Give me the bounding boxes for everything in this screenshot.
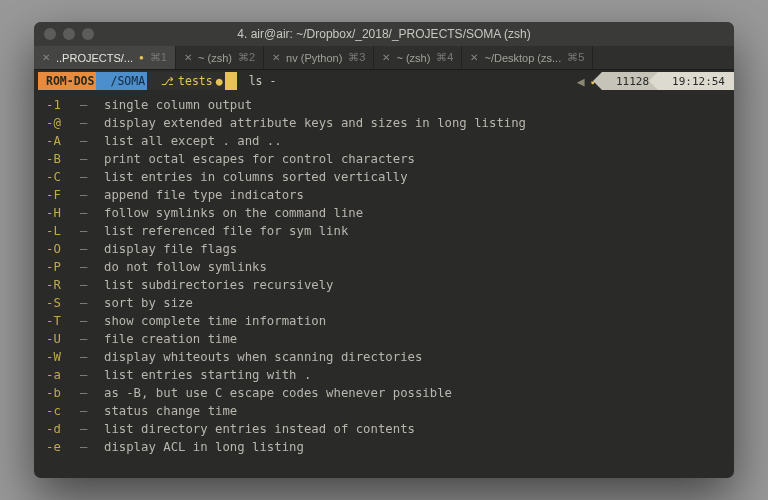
- close-tab-icon[interactable]: ✕: [184, 52, 192, 63]
- tab-label: nv (Python): [286, 52, 342, 64]
- completion-flag: -@: [46, 114, 80, 132]
- completion-flag: -d: [46, 420, 80, 438]
- tab-0[interactable]: ✕..PROJECTS/...●⌘1: [34, 46, 176, 69]
- tab-4[interactable]: ✕~/Desktop (zs...⌘5: [462, 46, 593, 69]
- completion-row[interactable]: -W—display whiteouts when scanning direc…: [46, 348, 722, 366]
- completion-row[interactable]: -S—sort by size: [46, 294, 722, 312]
- tab-2[interactable]: ✕nv (Python)⌘3: [264, 46, 374, 69]
- completion-row[interactable]: -U—file creation time: [46, 330, 722, 348]
- completion-flag: -C: [46, 168, 80, 186]
- completion-row[interactable]: -e—display ACL in long listing: [46, 438, 722, 456]
- separator: —: [80, 330, 104, 348]
- separator: —: [80, 204, 104, 222]
- completion-row[interactable]: -d—list directory entries instead of con…: [46, 420, 722, 438]
- separator: —: [80, 420, 104, 438]
- terminal-window: 4. air@air: ~/Dropbox/_2018/_PROJECTS/SO…: [34, 22, 734, 478]
- separator: —: [80, 132, 104, 150]
- minimize-icon[interactable]: [63, 28, 75, 40]
- separator: —: [80, 168, 104, 186]
- separator: —: [80, 150, 104, 168]
- completion-flag: -B: [46, 150, 80, 168]
- completion-desc: print octal escapes for control characte…: [104, 150, 415, 168]
- completion-desc: do not follow symlinks: [104, 258, 267, 276]
- completion-flag: -R: [46, 276, 80, 294]
- tab-label: ..PROJECTS/...: [56, 52, 133, 64]
- separator: —: [80, 366, 104, 384]
- close-tab-icon[interactable]: ✕: [272, 52, 280, 63]
- completion-desc: list subdirectories recursively: [104, 276, 334, 294]
- separator: —: [80, 348, 104, 366]
- tab-3[interactable]: ✕~ (zsh)⌘4: [374, 46, 462, 69]
- completion-row[interactable]: -A—list all except . and ..: [46, 132, 722, 150]
- completion-row[interactable]: -O—display file flags: [46, 240, 722, 258]
- close-icon[interactable]: [44, 28, 56, 40]
- separator: —: [80, 114, 104, 132]
- branch-name: tests: [178, 74, 213, 88]
- chevron-left-icon: ◀: [577, 74, 587, 89]
- separator: —: [80, 222, 104, 240]
- tab-label: ~ (zsh): [396, 52, 430, 64]
- completion-flag: -a: [46, 366, 80, 384]
- separator: —: [80, 258, 104, 276]
- completion-row[interactable]: -P—do not follow symlinks: [46, 258, 722, 276]
- completion-flag: -O: [46, 240, 80, 258]
- close-tab-icon[interactable]: ✕: [382, 52, 390, 63]
- completion-desc: show complete time information: [104, 312, 326, 330]
- completion-row[interactable]: -R—list subdirectories recursively: [46, 276, 722, 294]
- completion-desc: as -B, but use C escape codes whenever p…: [104, 384, 452, 402]
- tab-1[interactable]: ✕~ (zsh)⌘2: [176, 46, 264, 69]
- completion-flag: -L: [46, 222, 80, 240]
- completion-flag: -e: [46, 438, 80, 456]
- completion-flag: -T: [46, 312, 80, 330]
- completion-flag: -H: [46, 204, 80, 222]
- completion-desc: list all except . and ..: [104, 132, 282, 150]
- separator: —: [80, 384, 104, 402]
- tab-label: ~/Desktop (zs...: [484, 52, 561, 64]
- completion-desc: follow symlinks on the command line: [104, 204, 363, 222]
- tab-hotkey: ⌘3: [348, 51, 365, 64]
- tab-bar: ✕..PROJECTS/...●⌘1✕~ (zsh)⌘2✕nv (Python)…: [34, 46, 734, 70]
- titlebar[interactable]: 4. air@air: ~/Dropbox/_2018/_PROJECTS/SO…: [34, 22, 734, 46]
- completion-row[interactable]: -a—list entries starting with .: [46, 366, 722, 384]
- completion-row[interactable]: -T—show complete time information: [46, 312, 722, 330]
- completion-flag: -A: [46, 132, 80, 150]
- separator: —: [80, 186, 104, 204]
- completion-row[interactable]: -C—list entries in columns sorted vertic…: [46, 168, 722, 186]
- completion-flag: -P: [46, 258, 80, 276]
- separator: —: [80, 438, 104, 456]
- separator: —: [80, 402, 104, 420]
- completion-row[interactable]: -@—display extended attribute keys and s…: [46, 114, 722, 132]
- completion-desc: single column output: [104, 96, 252, 114]
- completion-desc: status change time: [104, 402, 237, 420]
- prompt-bar: ROM-DOS /SOMA ⎇ tests ● ls - ◀ ✔ 11128 1…: [34, 70, 734, 92]
- completion-desc: display whiteouts when scanning director…: [104, 348, 422, 366]
- completion-row[interactable]: -c—status change time: [46, 402, 722, 420]
- completion-desc: display ACL in long listing: [104, 438, 304, 456]
- prompt-branch: ⎇ tests ●: [147, 72, 233, 90]
- close-tab-icon[interactable]: ✕: [42, 52, 50, 63]
- completion-row[interactable]: -B—print octal escapes for control chara…: [46, 150, 722, 168]
- completion-flag: -1: [46, 96, 80, 114]
- separator: —: [80, 276, 104, 294]
- dirty-dot-icon: ●: [139, 53, 144, 62]
- completion-desc: list directory entries instead of conten…: [104, 420, 415, 438]
- zoom-icon[interactable]: [82, 28, 94, 40]
- close-tab-icon[interactable]: ✕: [470, 52, 478, 63]
- completion-row[interactable]: -H—follow symlinks on the command line: [46, 204, 722, 222]
- completion-desc: file creation time: [104, 330, 237, 348]
- window-title: 4. air@air: ~/Dropbox/_2018/_PROJECTS/SO…: [34, 27, 734, 41]
- command-input[interactable]: ls -: [249, 74, 277, 88]
- completion-row[interactable]: -F—append file type indicators: [46, 186, 722, 204]
- completion-flag: -U: [46, 330, 80, 348]
- completion-row[interactable]: -L—list referenced file for sym link: [46, 222, 722, 240]
- completion-row[interactable]: -b—as -B, but use C escape codes wheneve…: [46, 384, 722, 402]
- completion-flag: -c: [46, 402, 80, 420]
- tab-hotkey: ⌘1: [150, 51, 167, 64]
- tab-hotkey: ⌘2: [238, 51, 255, 64]
- window-controls: [44, 28, 94, 40]
- separator: —: [80, 294, 104, 312]
- completion-desc: display file flags: [104, 240, 237, 258]
- terminal-body[interactable]: -1—single column output-@—display extend…: [34, 92, 734, 478]
- completion-row[interactable]: -1—single column output: [46, 96, 722, 114]
- prompt-end-arrow: [225, 72, 237, 90]
